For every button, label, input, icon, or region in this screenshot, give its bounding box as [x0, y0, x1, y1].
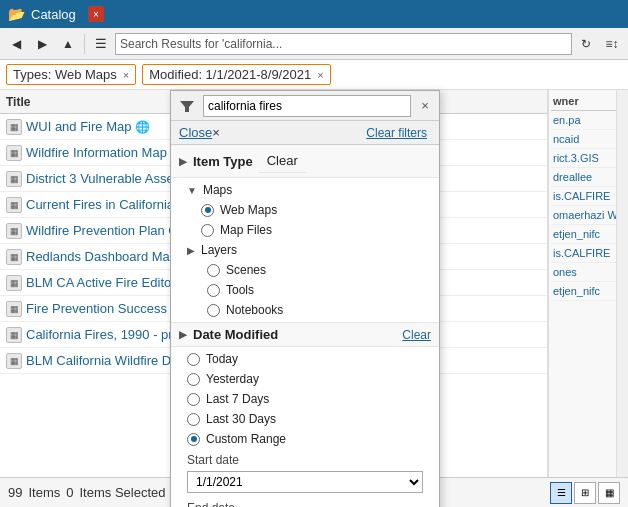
owner-item[interactable]: etjen_nifc [551, 225, 626, 244]
filter-search-input[interactable] [203, 95, 411, 117]
row-title: WUI and Fire Map [26, 119, 131, 134]
owner-item[interactable]: etjen_nifc [551, 282, 626, 301]
start-date-select[interactable]: 1/1/2021 [187, 471, 423, 493]
yesterday-radio[interactable] [187, 373, 200, 386]
title-bar: 📂 Catalog × [0, 0, 628, 28]
filter-chips-bar: Types: Web Maps × Modified: 1/1/2021-8/9… [0, 60, 628, 90]
filter-tools-item[interactable]: Tools [171, 280, 439, 300]
filter-custom-item[interactable]: Custom Range [171, 429, 439, 449]
items-count: 99 [8, 485, 22, 500]
chip-modified[interactable]: Modified: 1/1/2021-8/9/2021 × [142, 64, 330, 85]
owner-header: wner [551, 92, 626, 111]
chip-types-close[interactable]: × [123, 69, 129, 81]
grid-view-button[interactable]: ⊞ [574, 482, 596, 504]
notebooks-label: Notebooks [226, 303, 283, 317]
notebooks-radio[interactable] [207, 304, 220, 317]
start-date-row: Start date 1/1/2021 [171, 449, 439, 497]
scenes-radio[interactable] [207, 264, 220, 277]
custom-radio[interactable] [187, 433, 200, 446]
title-close-button[interactable]: × [88, 6, 104, 22]
last30-radio[interactable] [187, 413, 200, 426]
right-panel: wner en.pa ncaid rict.3.GIS dreallee is.… [548, 90, 628, 477]
list-view-button[interactable]: ☰ [550, 482, 572, 504]
layers-expand-icon: ▶ [187, 245, 195, 256]
refresh-button[interactable]: ↻ [574, 32, 598, 56]
scrollbar[interactable] [616, 90, 628, 477]
filter-close-label[interactable]: Close [179, 125, 212, 140]
row-title: Wildfire Information Map [26, 145, 167, 160]
selected-label: Items Selected [80, 485, 166, 500]
filter-last7-item[interactable]: Last 7 Days [171, 389, 439, 409]
web-maps-label: Web Maps [220, 203, 277, 217]
item-type-label: Item Type [193, 154, 253, 169]
item-type-expand-icon[interactable]: ▶ [179, 156, 187, 167]
start-date-label: Start date [187, 453, 423, 467]
filter-panel-close-icon[interactable]: × [212, 125, 220, 140]
maps-label: Maps [203, 183, 232, 197]
row-icon: ▦ [6, 223, 22, 239]
maps-expand-icon: ▼ [187, 185, 197, 196]
filter-notebooks-item[interactable]: Notebooks [171, 300, 439, 320]
filter-last30-item[interactable]: Last 30 Days [171, 409, 439, 429]
chip-types[interactable]: Types: Web Maps × [6, 64, 136, 85]
item-type-clear[interactable]: Clear [259, 149, 306, 173]
table-view-button[interactable]: ▦ [598, 482, 620, 504]
owner-item[interactable]: en.pa [551, 111, 626, 130]
row-icon: ▦ [6, 353, 22, 369]
filter-icon [180, 99, 194, 113]
date-modified-clear[interactable]: Clear [402, 328, 431, 342]
search-input[interactable] [115, 33, 572, 55]
today-radio[interactable] [187, 353, 200, 366]
custom-label: Custom Range [206, 432, 286, 446]
globe-icon: 🌐 [135, 120, 150, 134]
row-icon: ▦ [6, 145, 22, 161]
owner-item[interactable]: rict.3.GIS [551, 149, 626, 168]
items-label: Items [28, 485, 60, 500]
layers-label: Layers [201, 243, 237, 257]
row-icon: ▦ [6, 301, 22, 317]
row-icon: ▦ [6, 119, 22, 135]
filter-map-files-item[interactable]: Map Files [171, 220, 439, 240]
chip-modified-close[interactable]: × [317, 69, 323, 81]
filter-scenes-item[interactable]: Scenes [171, 260, 439, 280]
row-icon: ▦ [6, 197, 22, 213]
back-button[interactable]: ◀ [4, 32, 28, 56]
date-modified-group: Today Yesterday Last 7 Days Last 30 Days… [171, 347, 439, 507]
end-date-label: End date [187, 501, 423, 507]
owner-item[interactable]: is.CALFIRE [551, 244, 626, 263]
filter-panel-header: Close × Clear filters [171, 121, 439, 145]
sort-button[interactable]: ≡↕ [600, 32, 624, 56]
tools-radio[interactable] [207, 284, 220, 297]
last7-radio[interactable] [187, 393, 200, 406]
row-icon: ▦ [6, 327, 22, 343]
title-label: Catalog [31, 7, 76, 22]
up-button[interactable]: ▲ [56, 32, 80, 56]
row-icon: ▦ [6, 275, 22, 291]
map-files-label: Map Files [220, 223, 272, 237]
item-type-group: ▼ Maps Web Maps Map Files ▶ Layers Scene… [171, 178, 439, 323]
filter-icon-button[interactable] [175, 94, 199, 118]
filter-today-item[interactable]: Today [171, 349, 439, 369]
row-icon: ▦ [6, 171, 22, 187]
date-modified-expand-icon[interactable]: ▶ [179, 329, 187, 340]
filter-yesterday-item[interactable]: Yesterday [171, 369, 439, 389]
filter-web-maps-item[interactable]: Web Maps [171, 200, 439, 220]
filter-layers-item[interactable]: ▶ Layers [171, 240, 439, 260]
main-area: Title Type ▦ WUI and Fire Map 🌐 Web M ▦ … [0, 90, 628, 477]
date-modified-label: Date Modified [193, 327, 278, 342]
tools-label: Tools [226, 283, 254, 297]
forward-button[interactable]: ▶ [30, 32, 54, 56]
last7-label: Last 7 Days [206, 392, 269, 406]
owner-item[interactable]: ncaid [551, 130, 626, 149]
web-maps-radio[interactable] [201, 204, 214, 217]
filter-clear-search-button[interactable]: × [415, 96, 435, 116]
map-files-radio[interactable] [201, 224, 214, 237]
menu-button[interactable]: ☰ [89, 32, 113, 56]
owner-item[interactable]: omaerhazi W [551, 206, 626, 225]
owner-item[interactable]: dreallee [551, 168, 626, 187]
filter-maps-item[interactable]: ▼ Maps [171, 180, 439, 200]
clear-filters-button[interactable]: Clear filters [362, 126, 431, 140]
owner-item[interactable]: is.CALFIRE [551, 187, 626, 206]
scenes-label: Scenes [226, 263, 266, 277]
owner-item[interactable]: ones [551, 263, 626, 282]
